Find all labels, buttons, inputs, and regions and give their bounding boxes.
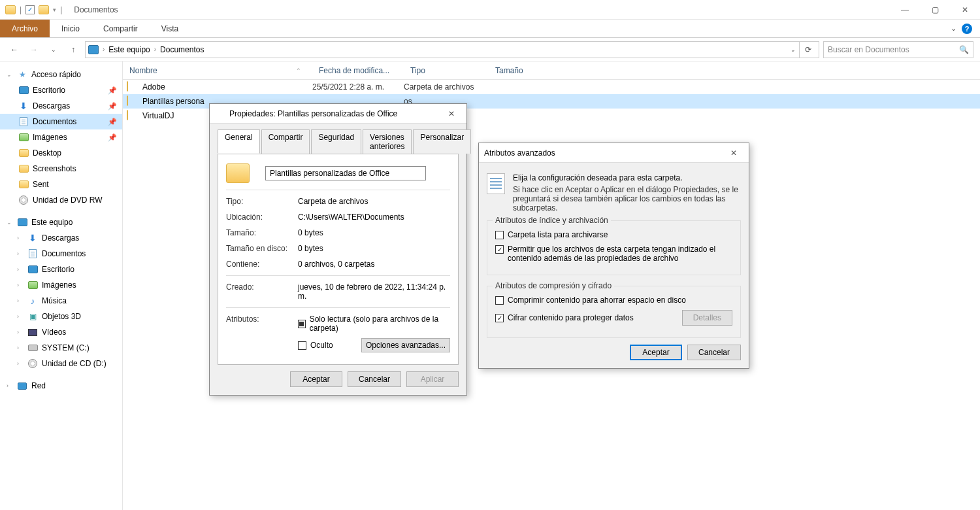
sidebar-this-pc[interactable]: ⌄ Este equipo [0,214,122,230]
properties-cancel-button[interactable]: Cancelar [348,371,401,387]
expand-icon[interactable]: ⌄ [7,71,13,78]
maximize-button[interactable]: ▢ [920,0,950,20]
expand-icon[interactable]: › [17,360,24,367]
column-size[interactable]: Tamaño [489,61,547,79]
archive-checkbox[interactable] [495,231,504,239]
location-value: C:\Users\WALTER\Documents [298,212,450,222]
search-box[interactable]: Buscar en Documentos 🔍 [823,41,973,58]
breadcrumb-documents[interactable]: Documentos [160,45,204,54]
advanced-ok-button[interactable]: Aceptar [630,345,682,360]
sidebar-item[interactable]: Escritorio📌 [0,82,122,98]
advanced-cancel-button[interactable]: Cancelar [687,345,741,360]
dialog-titlebar[interactable]: Atributos avanzados ✕ [479,143,749,163]
qat-dropdown-icon[interactable]: ▾ [53,7,56,13]
sidebar-item-label: Desktop [33,148,117,158]
back-button[interactable]: ← [7,42,22,58]
ribbon-collapse-icon[interactable]: ⌄ [951,24,956,33]
tab-share[interactable]: Compartir [261,129,310,154]
hidden-label: Oculto [310,341,333,350]
address-bar[interactable]: › Este equipo › Documentos ⌄ ⟳ [85,41,819,58]
help-icon[interactable]: ? [962,24,972,34]
sidebar-item[interactable]: ›▣Objetos 3D [0,309,122,324]
expand-icon[interactable]: › [7,382,13,389]
sidebar-item-label: Unidad de DVD RW [33,196,117,205]
minimize-button[interactable]: — [890,0,920,20]
column-name[interactable]: Nombre ⌃ [123,61,312,79]
expand-icon[interactable]: › [17,298,24,304]
sidebar-item-label: Unidad de CD (D:) [42,359,117,368]
folder-icon [19,165,29,173]
folder-name-input[interactable] [265,166,426,180]
recent-dropdown-icon[interactable]: ⌄ [46,42,61,58]
sidebar-item[interactable]: Imágenes📌 [0,129,122,145]
qat-properties-icon[interactable]: ✓ [25,5,35,14]
address-dropdown-icon[interactable]: ⌄ [787,41,799,58]
sidebar-item[interactable]: Unidad de DVD RW [0,192,122,208]
sidebar-item[interactable]: Sent [0,177,122,192]
sidebar-item[interactable]: ›♪Música [0,293,122,309]
dialog-close-button[interactable]: ✕ [442,106,461,122]
readonly-checkbox[interactable] [298,320,306,328]
expand-icon[interactable]: ⌄ [7,219,13,226]
properties-ok-button[interactable]: Aceptar [290,371,342,387]
sidebar-item[interactable]: ›Unidad de CD (D:) [0,356,122,371]
column-type[interactable]: Tipo [404,61,489,79]
expand-icon[interactable]: › [17,266,24,273]
ribbon: Archivo Inicio Compartir Vista ⌄ ? [0,20,980,38]
expand-icon[interactable]: › [17,329,24,335]
forward-button[interactable]: → [26,42,42,58]
pin-icon: 📌 [108,86,117,95]
app-folder-icon [5,5,16,14]
ribbon-tab-home[interactable]: Inicio [50,20,91,37]
sidebar-item[interactable]: Screenshots [0,161,122,177]
disc-icon [28,359,37,368]
sidebar-item[interactable]: Documentos📌 [0,114,122,129]
sidebar-item[interactable]: ›Documentos [0,246,122,262]
expand-icon[interactable]: › [17,250,24,257]
compress-checkbox[interactable] [495,296,504,305]
advanced-attributes-dialog: Atributos avanzados ✕ Elija la configura… [478,143,749,369]
encrypt-checkbox[interactable] [495,314,504,322]
network-icon [18,382,27,390]
ribbon-tab-share[interactable]: Compartir [91,20,150,37]
type-value: Carpeta de archivos [298,197,450,206]
breadcrumb-sep-icon[interactable]: › [103,46,105,53]
index-checkbox[interactable] [495,245,504,254]
sidebar-item-label: Imágenes [33,133,104,142]
expand-icon[interactable]: › [17,235,24,241]
refresh-button[interactable]: ⟳ [799,41,816,58]
sidebar-item[interactable]: ⬇Descargas📌 [0,98,122,114]
dialog-close-button[interactable]: ✕ [724,145,743,161]
close-button[interactable]: ✕ [950,0,980,20]
sidebar-item[interactable]: ›Imágenes [0,277,122,293]
properties-apply-button[interactable]: Aplicar [406,371,459,387]
tab-versions[interactable]: Versiones anteriores [363,129,412,154]
sidebar-quick-access[interactable]: ⌄ ★ Acceso rápido [0,67,122,82]
dialog-titlebar[interactable]: Propiedades: Plantillas personalizadas d… [210,104,466,124]
search-icon: 🔍 [959,45,969,54]
navigation-bar: ← → ⌄ ↑ › Este equipo › Documentos ⌄ ⟳ B… [0,38,980,61]
ribbon-tab-view[interactable]: Vista [150,20,190,37]
breadcrumb-thispc[interactable]: Este equipo [108,45,150,54]
sidebar-item[interactable]: ›SYSTEM (C:) [0,340,122,356]
details-button[interactable]: Detalles [682,310,732,326]
tab-security[interactable]: Seguridad [311,129,361,154]
ribbon-tab-file[interactable]: Archivo [0,20,50,37]
breadcrumb-sep-icon[interactable]: › [154,46,156,53]
advanced-options-button[interactable]: Opciones avanzadas... [361,338,450,352]
expand-icon[interactable]: › [17,313,24,320]
tab-customize[interactable]: Personalizar [413,129,471,154]
sidebar-item[interactable]: Desktop [0,145,122,161]
hidden-checkbox[interactable] [298,341,306,350]
sidebar-item[interactable]: ›Escritorio [0,262,122,277]
file-row[interactable]: Adobe25/5/2021 2:28 a. m.Carpeta de arch… [123,80,980,94]
tab-general[interactable]: General [218,129,260,154]
sidebar-network[interactable]: › Red [0,378,122,394]
expand-icon[interactable]: › [17,345,24,351]
sidebar-item[interactable]: ›Vídeos [0,324,122,340]
expand-icon[interactable]: › [17,282,24,288]
column-date[interactable]: Fecha de modifica... [312,61,404,79]
up-button[interactable]: ↑ [65,42,81,58]
sidebar-item[interactable]: ›⬇Descargas [0,230,122,246]
qat-folder-icon[interactable] [39,5,49,14]
